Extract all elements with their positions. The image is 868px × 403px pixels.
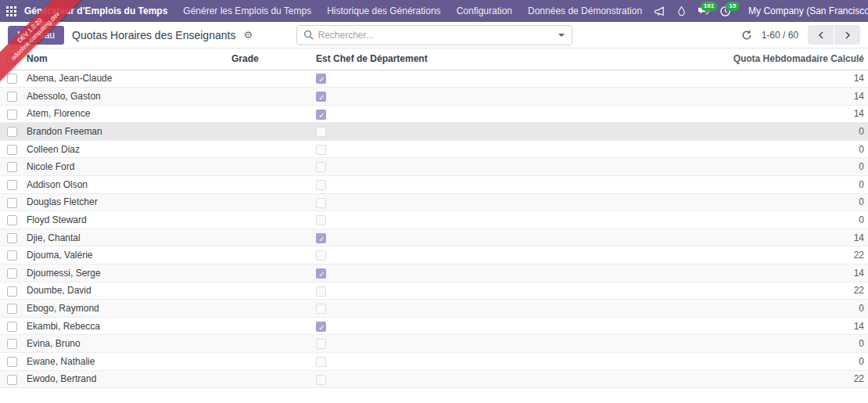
department-head-checkbox[interactable] <box>316 215 326 225</box>
column-header-department-head[interactable]: Est Chef de Département <box>314 49 705 70</box>
row-select-checkbox[interactable] <box>7 74 17 84</box>
table-row[interactable]: Doumbe, David 22 <box>0 282 868 300</box>
row-select-cell <box>0 282 23 300</box>
topbar-menu-item[interactable]: Générer les Emplois du Temps <box>175 0 319 22</box>
row-select-checkbox[interactable] <box>7 322 17 332</box>
topbar-menu-item[interactable]: Historique des Générations <box>319 0 448 22</box>
quota-value-cell: 14 <box>705 228 868 246</box>
new-record-button[interactable]: Nouveau <box>8 26 64 45</box>
teacher-name-cell: Colleen Diaz <box>23 140 231 158</box>
teacher-name-cell: Abessolo, Gaston <box>23 88 231 106</box>
search-input[interactable] <box>318 30 551 41</box>
table-row[interactable]: Colleen Diaz 0 <box>0 140 868 158</box>
company-switcher[interactable]: My Company (San Francisco) <box>737 5 868 16</box>
teacher-name-cell: Abena, Jean-Claude <box>23 70 231 88</box>
table-row[interactable]: Djoumessi, Serge 14 <box>0 264 868 282</box>
department-head-checkbox[interactable] <box>316 145 326 155</box>
teacher-name-cell: Djoumessi, Serge <box>23 264 231 282</box>
column-header-quota[interactable]: Quota Hebdomadaire Calculé <box>705 49 868 70</box>
refresh-icon[interactable] <box>741 30 752 41</box>
table-row[interactable]: Floyd Steward 0 <box>0 211 868 229</box>
department-head-cell <box>314 335 705 353</box>
row-select-checkbox[interactable] <box>7 145 17 155</box>
apps-grid-icon[interactable] <box>6 0 16 22</box>
column-header-name[interactable]: Nom <box>23 49 231 70</box>
quota-value-cell: 0 <box>705 335 868 353</box>
department-head-checkbox[interactable] <box>316 339 326 349</box>
row-select-cell <box>0 370 23 388</box>
pager-previous-button[interactable] <box>808 25 834 45</box>
row-select-checkbox[interactable] <box>7 215 17 225</box>
department-head-cell <box>314 123 705 141</box>
table-row[interactable]: Addison Olson 0 <box>0 176 868 194</box>
teacher-name-cell: Brandon Freeman <box>23 123 231 141</box>
table-row[interactable]: Douglas Fletcher 0 <box>0 193 868 211</box>
table-row[interactable]: Ekambi, Rebecca 14 <box>0 317 868 335</box>
table-row[interactable]: Djie, Chantal 14 <box>0 228 868 246</box>
department-head-checkbox[interactable] <box>316 74 326 84</box>
row-select-checkbox[interactable] <box>7 339 17 349</box>
pager-next-button[interactable] <box>834 25 860 45</box>
department-head-checkbox[interactable] <box>316 322 326 332</box>
table-row[interactable]: Djouma, Valérie 22 <box>0 246 868 264</box>
topbar-menu-item[interactable]: Données de Démonstration <box>520 0 650 22</box>
table-row[interactable]: Evina, Bruno 0 <box>0 335 868 353</box>
table-row[interactable]: Ewodo, Bertrand 22 <box>0 370 868 388</box>
messages-count-badge: 101 <box>701 2 717 11</box>
teacher-name-cell: Ebogo, Raymond <box>23 300 231 318</box>
table-row[interactable]: Ewane, Nathalie 0 <box>0 353 868 371</box>
table-row[interactable]: Brandon Freeman 0 <box>0 123 868 141</box>
quota-value-cell: 0 <box>705 123 868 141</box>
activities-clock-icon[interactable]: 15 <box>716 2 734 20</box>
department-head-checkbox[interactable] <box>316 198 326 208</box>
row-select-checkbox[interactable] <box>7 198 17 208</box>
row-select-checkbox[interactable] <box>7 304 17 314</box>
table-row[interactable]: Atem, Florence 14 <box>0 105 868 123</box>
row-select-checkbox[interactable] <box>7 233 17 243</box>
breadcrumb[interactable]: Quotas Horaires des Enseignants <box>72 29 235 41</box>
department-head-checkbox[interactable] <box>316 162 326 172</box>
droplet-icon[interactable] <box>672 2 690 20</box>
teacher-name-cell: Addison Olson <box>23 176 231 194</box>
select-all-checkbox[interactable] <box>7 54 17 64</box>
quota-value-cell: 0 <box>705 176 868 194</box>
department-head-checkbox[interactable] <box>316 233 326 243</box>
row-select-checkbox[interactable] <box>7 127 17 137</box>
quota-value-cell: 0 <box>705 140 868 158</box>
department-head-checkbox[interactable] <box>316 180 326 190</box>
row-select-checkbox[interactable] <box>7 110 17 120</box>
teacher-name-cell: Djouma, Valérie <box>23 246 231 264</box>
app-name[interactable]: Générateur d'Emplois du Temps <box>16 5 175 16</box>
row-select-cell <box>0 211 23 229</box>
search-options-toggle[interactable] <box>551 26 572 45</box>
department-head-checkbox[interactable] <box>316 110 326 120</box>
row-select-checkbox[interactable] <box>7 162 17 172</box>
action-gear-icon[interactable]: ⚙ <box>243 29 253 41</box>
department-head-checkbox[interactable] <box>316 375 326 385</box>
department-head-checkbox[interactable] <box>316 92 326 102</box>
messages-icon[interactable]: 101 <box>694 2 712 20</box>
table-row[interactable]: Nicole Ford 0 <box>0 158 868 176</box>
pager-range: 1-60 / 60 <box>762 30 798 41</box>
teacher-name-cell: Djie, Chantal <box>23 228 231 246</box>
column-header-grade[interactable]: Grade <box>231 49 314 70</box>
department-head-checkbox[interactable] <box>316 268 326 279</box>
table-row[interactable]: Abessolo, Gaston 14 <box>0 88 868 106</box>
row-select-checkbox[interactable] <box>7 180 17 190</box>
row-select-checkbox[interactable] <box>7 357 17 367</box>
row-select-checkbox[interactable] <box>7 375 17 385</box>
grade-cell <box>231 176 314 194</box>
topbar-menu-item[interactable]: Configuration <box>449 0 520 22</box>
department-head-checkbox[interactable] <box>316 304 326 314</box>
announcement-megaphone-icon[interactable] <box>650 2 669 20</box>
table-row[interactable]: Abena, Jean-Claude 14 <box>0 70 868 88</box>
department-head-checkbox[interactable] <box>316 286 326 297</box>
table-row[interactable]: Ebogo, Raymond 0 <box>0 300 868 318</box>
row-select-checkbox[interactable] <box>7 268 17 279</box>
row-select-checkbox[interactable] <box>7 286 17 297</box>
department-head-checkbox[interactable] <box>316 357 326 367</box>
department-head-checkbox[interactable] <box>316 127 326 137</box>
row-select-checkbox[interactable] <box>7 92 17 102</box>
row-select-checkbox[interactable] <box>7 250 17 261</box>
department-head-checkbox[interactable] <box>316 250 326 261</box>
